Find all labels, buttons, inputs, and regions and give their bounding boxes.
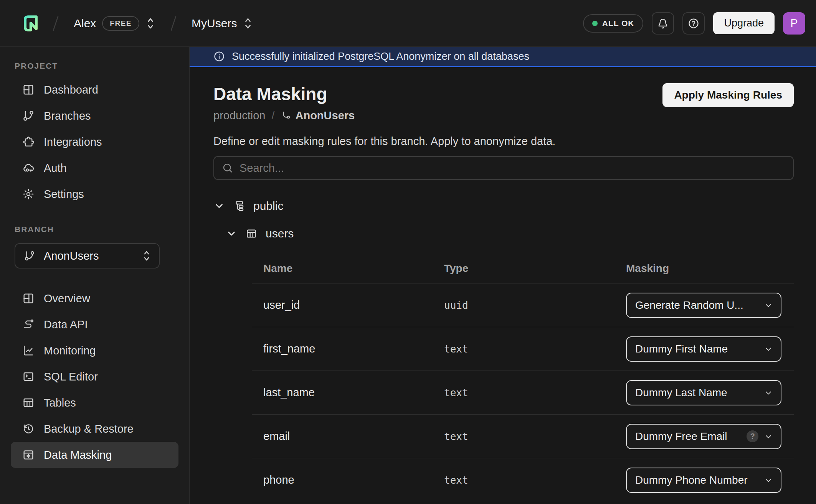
column-type-cell: text [444,474,626,486]
sidebar: PROJECT DashboardBranchesIntegrationsAut… [0,47,190,504]
sidebar-item-label: Branches [44,110,91,122]
search-bar [213,156,794,180]
info-banner: Successfully initialized PostgreSQL Anon… [190,47,816,67]
breadcrumb-branch: AnonUsers [296,109,355,122]
git-branch-icon [24,250,35,262]
chevron-down-icon [764,344,773,354]
info-icon [213,51,225,62]
schema-icon [233,200,245,212]
chevron-down-icon [764,476,773,485]
org-selector[interactable]: Alex FREE [69,12,160,35]
sidebar-item-dashboard[interactable]: Dashboard [11,77,178,103]
column-masking-cell: Dummy Free Email? [626,424,794,449]
status-text: ALL OK [602,19,634,28]
cloud-key-icon [22,162,35,174]
column-masking-cell: Dummy First Name [626,336,794,362]
chevron-down-icon [764,301,773,310]
table-row: emailtextDummy Free Email? [252,415,794,458]
table-header-row: Name Type Masking [252,254,794,283]
sidebar-item-auth[interactable]: Auth [11,155,178,181]
breadcrumb-project[interactable]: production [213,109,265,122]
breadcrumb: production / AnonUsers [213,109,355,122]
breadcrumb-slash-icon [168,14,178,33]
table-row: last_nametextDummy Last Name [252,371,794,415]
sidebar-item-backup-restore[interactable]: Backup & Restore [11,416,178,442]
table-row: phonetextDummy Phone Number [252,458,794,502]
column-type-cell: text [444,387,626,399]
upgrade-button[interactable]: Upgrade [713,12,775,34]
terminal-window-icon [22,371,35,383]
table-body: user_iduuidGenerate Random U...first_nam… [252,283,794,502]
sidebar-item-branches[interactable]: Branches [11,103,178,129]
org-name: Alex [74,17,96,30]
notifications-button[interactable] [652,12,674,35]
status-pill[interactable]: ALL OK [583,14,644,33]
sidebar-item-data-api[interactable]: Data API [11,311,178,338]
sidebar-section-project: PROJECT [0,61,189,71]
app-window: Alex FREE MyUsers ALL OK [0,0,816,504]
gear-icon [22,188,35,200]
masking-select-value: Dummy Free Email [635,430,741,443]
banner-text: Successfully initialized PostgreSQL Anon… [232,51,529,63]
branch-selector[interactable]: AnonUsers [15,243,160,268]
masking-select[interactable]: Dummy First Name [626,336,781,362]
masking-select-value: Generate Random U... [635,299,758,311]
column-masking-cell: Generate Random U... [626,293,794,318]
neon-logo-icon[interactable] [21,13,42,34]
tree-row-schema[interactable]: public [213,192,794,220]
column-header-type: Type [444,262,626,275]
chevrons-up-down-icon [243,16,253,31]
help-button[interactable] [682,12,705,35]
masking-select[interactable]: Dummy Last Name [626,380,781,405]
sidebar-item-label: Auth [44,162,67,175]
mask-window-icon [22,449,35,461]
project-selector[interactable]: MyUsers [187,12,258,35]
column-header-name: Name [263,262,444,275]
sidebar-item-sql-editor[interactable]: SQL Editor [11,364,178,390]
column-header-masking: Masking [626,262,794,275]
sidebar-item-label: Data API [44,318,88,331]
main-pane: Successfully initialized PostgreSQL Anon… [190,47,816,504]
column-name-cell: last_name [263,386,444,399]
table-row: first_nametextDummy First Name [252,327,794,371]
sidebar-item-data-masking[interactable]: Data Masking [11,442,178,468]
masking-select[interactable]: Generate Random U... [626,293,781,318]
plan-badge: FREE [102,16,139,31]
sidebar-item-tables[interactable]: Tables [11,390,178,416]
column-masking-cell: Dummy Phone Number [626,468,794,493]
history-icon [22,423,35,435]
sidebar-item-label: Dashboard [44,84,98,96]
schema-tree: public [213,192,794,247]
column-masking-cell: Dummy Last Name [626,380,794,405]
branch-selector-value: AnonUsers [44,250,134,262]
page-title: Data Masking [213,83,355,105]
top-bar: Alex FREE MyUsers ALL OK [0,0,816,47]
circle-help-icon [688,18,699,29]
dashboard-icon [22,84,35,96]
table-icon [246,228,257,239]
masking-select[interactable]: Dummy Phone Number [626,468,781,493]
tree-row-table[interactable]: users [213,220,794,247]
search-input[interactable] [240,162,785,175]
sidebar-item-monitoring[interactable]: Monitoring [11,338,178,364]
column-type-cell: uuid [444,300,626,311]
apply-masking-rules-button[interactable]: Apply Masking Rules [662,83,794,107]
columns-table: Name Type Masking user_iduuidGenerate Ra… [252,254,794,502]
sidebar-item-overview[interactable]: Overview [11,285,178,311]
chart-line-icon [22,344,35,357]
chevron-down-icon [764,432,773,441]
project-nav: DashboardBranchesIntegrationsAuthSetting… [0,77,189,207]
user-avatar[interactable]: P [783,12,805,35]
sidebar-item-integrations[interactable]: Integrations [11,129,178,155]
help-icon[interactable]: ? [747,430,758,442]
branch-nav: OverviewData APIMonitoringSQL EditorTabl… [0,285,189,468]
bell-icon [657,18,669,29]
dashboard-icon [22,292,35,305]
breadcrumb-slash-icon [51,14,61,33]
status-dot-icon [592,21,598,26]
sidebar-item-label: Settings [44,188,84,201]
masking-select[interactable]: Dummy Free Email? [626,424,781,449]
sidebar-item-settings[interactable]: Settings [11,181,178,207]
masking-select-value: Dummy First Name [635,343,758,355]
sidebar-item-label: Data Masking [44,449,112,461]
